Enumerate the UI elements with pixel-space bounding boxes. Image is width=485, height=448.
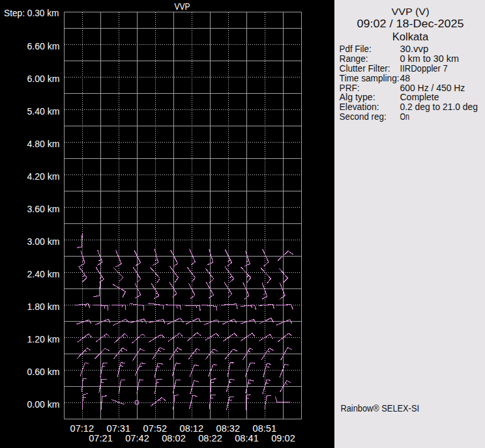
svg-text:08:22: 08:22 bbox=[198, 433, 222, 443]
svg-text:VVP (V): VVP (V) bbox=[392, 6, 430, 17]
svg-text:07:21: 07:21 bbox=[89, 433, 113, 443]
svg-text:3.60 km: 3.60 km bbox=[27, 204, 60, 214]
svg-text:5.40 km: 5.40 km bbox=[27, 106, 60, 117]
svg-text:Second reg:: Second reg: bbox=[340, 111, 387, 122]
svg-text:0.2 deg to 21.0 deg: 0.2 deg to 21.0 deg bbox=[400, 102, 478, 112]
svg-text:07:42: 07:42 bbox=[125, 433, 149, 443]
svg-text:4.80 km: 4.80 km bbox=[27, 139, 60, 149]
svg-text:09:02 / 18-Dec-2025: 09:02 / 18-Dec-2025 bbox=[357, 18, 464, 29]
svg-text:Kolkata: Kolkata bbox=[392, 31, 429, 42]
svg-text:Complete: Complete bbox=[400, 92, 439, 102]
svg-text:3.00 km: 3.00 km bbox=[27, 236, 60, 247]
svg-text:Alg type:: Alg type: bbox=[340, 92, 375, 102]
svg-text:2.40 km: 2.40 km bbox=[27, 269, 60, 279]
svg-text:0 km to 30 km: 0 km to 30 km bbox=[400, 53, 459, 64]
svg-text:48: 48 bbox=[400, 73, 411, 83]
svg-text:1.80 km: 1.80 km bbox=[27, 301, 60, 312]
svg-text:Pdf File:: Pdf File: bbox=[340, 44, 372, 54]
svg-text:PRF:: PRF: bbox=[340, 83, 360, 93]
svg-text:0.60 km: 0.60 km bbox=[27, 367, 60, 377]
svg-text:On: On bbox=[400, 111, 410, 122]
svg-text:0.00 km: 0.00 km bbox=[27, 399, 60, 410]
svg-text:Rainbow® SELEX-SI: Rainbow® SELEX-SI bbox=[341, 403, 420, 413]
svg-text:6.60 km: 6.60 km bbox=[27, 41, 60, 51]
svg-text:08:41: 08:41 bbox=[235, 433, 259, 443]
svg-text:Clutter Filter:: Clutter Filter: bbox=[340, 63, 390, 74]
svg-text:09:02: 09:02 bbox=[271, 433, 295, 443]
svg-text:IIRDoppler 7: IIRDoppler 7 bbox=[400, 63, 448, 74]
svg-text:08:02: 08:02 bbox=[162, 433, 186, 443]
svg-text:6.00 km: 6.00 km bbox=[27, 74, 60, 84]
svg-text:Time sampling:: Time sampling: bbox=[340, 73, 400, 83]
svg-text:VVP: VVP bbox=[175, 1, 190, 12]
svg-text:Range:: Range: bbox=[340, 53, 368, 64]
svg-text:30.vvp: 30.vvp bbox=[400, 44, 429, 54]
svg-text:600 Hz / 450 Hz: 600 Hz / 450 Hz bbox=[400, 83, 465, 93]
svg-text:4.20 km: 4.20 km bbox=[27, 171, 60, 182]
svg-text:1.20 km: 1.20 km bbox=[27, 334, 60, 344]
svg-text:Step: 0.30 km: Step: 0.30 km bbox=[4, 8, 59, 18]
svg-text:Elevation:: Elevation: bbox=[340, 102, 379, 112]
